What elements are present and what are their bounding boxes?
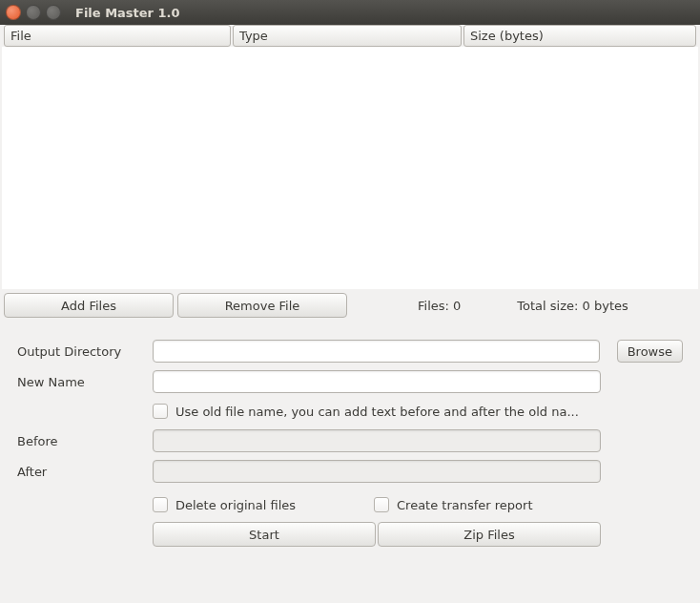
use-old-name-label: Use old file name, you can add text befo…: [175, 405, 601, 419]
column-header-size[interactable]: Size (bytes): [463, 25, 696, 47]
minimize-icon[interactable]: [26, 5, 41, 20]
titlebar: File Master 1.0: [0, 0, 700, 25]
after-input: [153, 460, 601, 483]
new-name-label: New Name: [17, 375, 153, 389]
before-input: [153, 429, 601, 452]
column-header-file[interactable]: File: [4, 25, 231, 47]
total-size-label: Total size: 0 bytes: [517, 299, 628, 313]
window-title: File Master 1.0: [75, 6, 180, 20]
delete-originals-label: Delete original files: [175, 498, 296, 512]
output-dir-label: Output Directory: [17, 344, 153, 359]
close-icon[interactable]: [6, 5, 21, 20]
app-body: File Type Size (bytes) Add Files Remove …: [0, 25, 700, 603]
toolbar: Add Files Remove File Files: 0 Total siz…: [0, 289, 700, 322]
output-dir-input[interactable]: [153, 340, 600, 363]
use-old-name-checkbox[interactable]: [153, 404, 168, 419]
column-header-type[interactable]: Type: [233, 25, 462, 47]
after-label: After: [17, 465, 153, 479]
new-name-input[interactable]: [153, 370, 601, 393]
create-report-checkbox[interactable]: [374, 497, 389, 512]
maximize-icon[interactable]: [46, 5, 61, 20]
remove-file-button[interactable]: Remove File: [177, 293, 347, 318]
form-area: Output Directory Browse New Name Use old…: [0, 322, 700, 603]
before-label: Before: [17, 434, 153, 448]
file-list[interactable]: [2, 47, 698, 289]
create-report-label: Create transfer report: [397, 498, 533, 512]
table-header: File Type Size (bytes): [0, 25, 700, 47]
files-count-label: Files: 0: [418, 299, 461, 313]
browse-button[interactable]: Browse: [617, 340, 683, 363]
zip-files-button[interactable]: Zip Files: [378, 522, 601, 547]
add-files-button[interactable]: Add Files: [4, 293, 174, 318]
start-button[interactable]: Start: [153, 522, 376, 547]
delete-originals-checkbox[interactable]: [153, 497, 168, 512]
